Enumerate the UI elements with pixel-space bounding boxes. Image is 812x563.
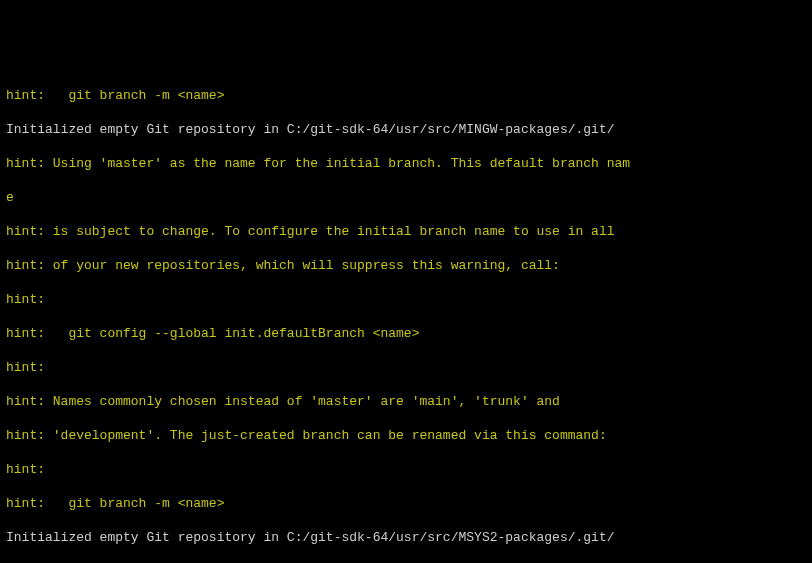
- hint-line: hint: git config --global init.defaultBr…: [6, 325, 806, 342]
- hint-line: hint: git branch -m <name>: [6, 495, 806, 512]
- output-line: Initialized empty Git repository in C:/g…: [6, 121, 806, 138]
- hint-line: hint:: [6, 461, 806, 478]
- hint-line: e: [6, 189, 806, 206]
- hint-line: hint: git branch -m <name>: [6, 87, 806, 104]
- hint-line: hint: Names commonly chosen instead of '…: [6, 393, 806, 410]
- hint-line: hint:: [6, 359, 806, 376]
- hint-line: hint: 'development'. The just-created br…: [6, 427, 806, 444]
- hint-line: hint: Using 'master' as the name for the…: [6, 155, 806, 172]
- terminal-output: hint: git branch -m <name> Initialized e…: [6, 70, 806, 563]
- hint-line: hint: is subject to change. To configure…: [6, 223, 806, 240]
- hint-line: hint:: [6, 291, 806, 308]
- output-line: Initialized empty Git repository in C:/g…: [6, 529, 806, 546]
- hint-line: hint: of your new repositories, which wi…: [6, 257, 806, 274]
